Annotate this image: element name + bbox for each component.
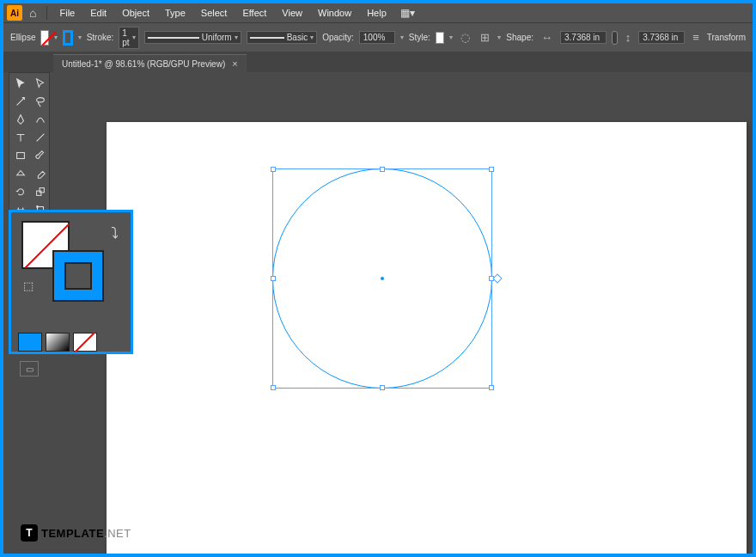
graphic-style-swatch[interactable] [436, 32, 444, 44]
menu-select[interactable]: Select [194, 6, 235, 20]
app-frame: Ai ⌂ File Edit Object Type Select Effect… [0, 0, 756, 557]
color-mode-button[interactable] [18, 333, 42, 352]
app-logo[interactable]: Ai [7, 5, 22, 21]
resize-handle-bl[interactable] [271, 385, 276, 390]
watermark-text: TEMPLATE.NET [41, 527, 131, 540]
resize-handle-tr[interactable] [489, 167, 494, 172]
recolor-icon[interactable]: ◌ [458, 31, 472, 44]
menu-file[interactable]: File [52, 6, 82, 20]
svg-point-0 [37, 98, 45, 102]
document-tab[interactable]: Untitled-1* @ 98.61% (RGB/GPU Preview) × [53, 54, 247, 72]
stroke-profile-value: Uniform [202, 33, 232, 42]
resize-handle-bm[interactable] [380, 385, 385, 390]
stroke-swatch[interactable] [63, 30, 73, 46]
stroke-profile-dropdown[interactable]: Uniform ▾ [144, 31, 241, 44]
brush-definition-dropdown[interactable]: Basic ▾ [247, 31, 317, 44]
tab-close-icon[interactable]: × [232, 58, 237, 69]
document-tab-bar: Untitled-1* @ 98.61% (RGB/GPU Preview) × [3, 52, 753, 72]
transform-icon[interactable]: ≡ [690, 31, 702, 44]
width-icon: ↔ [539, 31, 555, 44]
none-mode-button[interactable] [73, 333, 97, 352]
resize-handle-tm[interactable] [380, 167, 385, 172]
shape-label: Shape: [506, 33, 533, 42]
live-shape-widget[interactable] [492, 273, 502, 283]
magic-wand-tool[interactable] [11, 93, 30, 110]
direct-selection-tool[interactable] [31, 75, 50, 92]
caret-icon: ▾ [132, 34, 136, 41]
height-icon: ↕ [623, 31, 634, 44]
caret-icon[interactable]: ▾ [400, 34, 404, 41]
watermark-icon: T [21, 524, 38, 542]
rectangle-tool[interactable] [11, 147, 30, 164]
transform-label[interactable]: Transform [707, 33, 746, 42]
menu-help[interactable]: Help [360, 6, 393, 20]
workspace-layout-button[interactable]: ▦▾ [395, 7, 420, 19]
swap-fill-stroke-icon[interactable]: ⤵ [111, 224, 119, 242]
stroke-weight-value: 1 pt [122, 28, 129, 47]
watermark: T TEMPLATE.NET [21, 524, 131, 542]
resize-handle-ml[interactable] [271, 276, 276, 281]
stroke-indicator[interactable] [54, 252, 102, 300]
height-input[interactable] [638, 31, 685, 44]
caret-icon[interactable]: ▾ [497, 34, 501, 41]
opacity-input[interactable] [359, 31, 395, 44]
resize-handle-br[interactable] [489, 385, 494, 390]
stroke-label: Stroke: [87, 33, 114, 42]
tools-panel [9, 72, 50, 221]
style-label: Style: [409, 33, 430, 42]
resize-handle-tl[interactable] [271, 167, 276, 172]
curvature-tool[interactable] [31, 111, 50, 128]
shape-center-point[interactable] [381, 277, 384, 280]
line-segment-tool[interactable] [31, 129, 50, 146]
menu-edit[interactable]: Edit [83, 6, 113, 20]
fill-caret-icon[interactable]: ▾ [54, 34, 58, 41]
caret-icon: ▾ [235, 34, 238, 41]
stroke-profile-preview [148, 37, 199, 39]
active-tool-label: Ellipse [10, 33, 35, 42]
paintbrush-tool[interactable] [31, 147, 50, 164]
type-tool[interactable] [11, 129, 30, 146]
fill-stroke-indicator: ⤵ ⬚ [18, 219, 124, 297]
menu-object[interactable]: Object [115, 6, 156, 20]
caret-icon[interactable]: ▾ [449, 34, 453, 41]
fill-swatch[interactable] [40, 30, 49, 46]
svg-rect-3 [40, 188, 44, 193]
tab-title: Untitled-1* @ 98.61% (RGB/GPU Preview) [62, 59, 225, 69]
home-icon[interactable]: ⌂ [24, 6, 41, 20]
dock-collapse-button[interactable]: ▭ [20, 361, 39, 376]
brush-preview [250, 37, 284, 39]
menu-bar: Ai ⌂ File Edit Object Type Select Effect… [3, 3, 753, 22]
align-icon[interactable]: ⊞ [478, 31, 492, 44]
control-bar: Ellipse ▾ ▾ Stroke: 1 pt ▾ Uniform ▾ Bas… [3, 22, 753, 52]
opacity-label: Opacity: [322, 33, 354, 42]
constrain-proportions-icon[interactable] [612, 31, 618, 45]
scale-tool[interactable] [31, 183, 50, 200]
fill-stroke-callout: ⤵ ⬚ [9, 210, 133, 354]
lasso-tool[interactable] [31, 93, 50, 110]
svg-rect-1 [17, 153, 25, 159]
width-input[interactable] [560, 31, 607, 44]
canvas-area[interactable] [55, 72, 753, 554]
rotate-tool[interactable] [11, 183, 30, 200]
menu-window[interactable]: Window [311, 6, 358, 20]
menu-type[interactable]: Type [158, 6, 192, 20]
eraser-tool[interactable] [31, 165, 50, 182]
svg-rect-2 [37, 191, 41, 195]
divider [46, 6, 47, 20]
gradient-mode-button[interactable] [46, 333, 70, 352]
artboard[interactable] [107, 122, 747, 554]
default-fill-stroke-icon[interactable]: ⬚ [23, 279, 34, 292]
shaper-tool[interactable] [11, 165, 30, 182]
caret-icon: ▾ [310, 34, 314, 41]
dock-strip: ▭ [9, 361, 50, 376]
pen-tool[interactable] [11, 111, 30, 128]
menu-effect[interactable]: Effect [235, 6, 273, 20]
menu-view[interactable]: View [275, 6, 309, 20]
brush-value: Basic [287, 33, 308, 42]
selection-tool[interactable] [11, 75, 30, 92]
stroke-weight-input[interactable]: 1 pt ▾ [119, 27, 138, 49]
svg-point-5 [37, 206, 39, 208]
stroke-caret-icon[interactable]: ▾ [78, 34, 82, 41]
color-mode-row [18, 333, 124, 352]
